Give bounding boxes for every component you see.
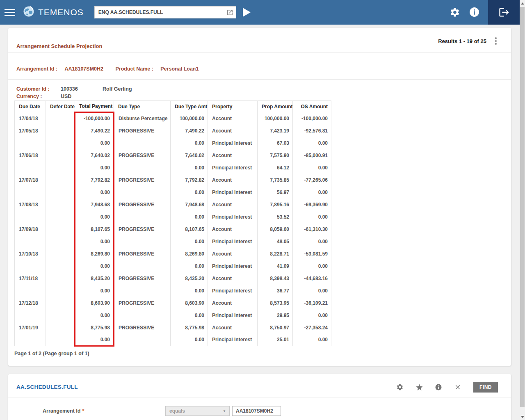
table-row[interactable]: 17/09/188,107.65PROGRESSIVE8,107.65Accou…: [15, 223, 331, 235]
favourite-star-icon[interactable]: [415, 383, 423, 391]
table-row[interactable]: 0.000.00Principal Interest67.030.00: [15, 137, 331, 149]
customer-id-value: 100336: [61, 85, 103, 93]
table-row[interactable]: 17/06/187,640.02PROGRESSIVE7,640.02Accou…: [15, 149, 331, 162]
cell: PROGRESSIVE: [114, 199, 171, 211]
table-row[interactable]: 17/10/188,269.80PROGRESSIVE8,269.80Accou…: [15, 248, 331, 260]
scroll-up-arrow[interactable]: [520, 0, 525, 6]
cell: 8,573.95: [258, 297, 293, 309]
cell: Account: [208, 297, 258, 309]
cell: [46, 297, 75, 309]
table-row[interactable]: 0.000.00Principal Interest48.050.00: [15, 235, 331, 248]
cell: [15, 285, 46, 297]
cell: [46, 112, 75, 125]
scrollbar[interactable]: [520, 0, 525, 420]
panel-title: Arrangement Schedule Projection: [16, 43, 103, 49]
cell: [15, 260, 46, 272]
table-row[interactable]: 0.000.00Principal Interest36.770.00: [15, 285, 331, 297]
cell: Principal Interest: [208, 162, 258, 174]
cell: 0.00: [75, 309, 114, 322]
cell: [114, 162, 171, 174]
table-row[interactable]: 0.000.00Principal Interest29.950.00: [15, 309, 331, 322]
cell: 0.00: [171, 260, 208, 272]
cell: 29.95: [258, 309, 293, 322]
scroll-down-arrow[interactable]: [520, 414, 525, 420]
pagination-text: Page 1 of 2 (Page group 1 of 1): [14, 351, 89, 356]
column-header[interactable]: OS Amount: [293, 101, 331, 112]
column-header[interactable]: Due Date: [15, 101, 46, 112]
settings-icon[interactable]: [450, 7, 460, 18]
cell: 41.09: [258, 260, 293, 272]
table-row[interactable]: 0.000.00Principal Interest41.090.00: [15, 260, 331, 272]
cell: 0.00: [75, 285, 114, 297]
cell: 0.00: [293, 162, 331, 174]
table-row[interactable]: 0.000.00Principal Interest25.010.00: [15, 334, 331, 346]
table-row[interactable]: 17/11/188,435.20PROGRESSIVE8,435.20Accou…: [15, 272, 331, 285]
cell: Account: [208, 248, 258, 260]
table-row[interactable]: 0.000.00Principal Interest64.120.00: [15, 162, 331, 174]
signoff-icon: [498, 7, 510, 18]
info-icon[interactable]: [469, 7, 480, 18]
results-count: Results 1 - 19 of 25: [438, 38, 486, 44]
customer-name: Rolf Gerling: [103, 85, 132, 93]
cell: 0.00: [293, 186, 331, 199]
column-header[interactable]: Due Type Amt: [171, 101, 208, 112]
enquiry-settings-icon[interactable]: [396, 383, 404, 391]
criteria-row: Arrangement Id* equals ▼: [8, 406, 511, 416]
cell: 0.00: [293, 260, 331, 272]
run-button[interactable]: [242, 7, 251, 18]
table-row[interactable]: 17/05/187,490.22PROGRESSIVE7,490.22Accou…: [15, 125, 331, 137]
find-button[interactable]: FIND: [473, 382, 498, 393]
cell: 8,269.80: [171, 248, 208, 260]
cell: Disburse Percentage: [114, 112, 171, 125]
cell: 7,792.82: [75, 174, 114, 186]
enquiry-panel: AA.SCHEDULES.FULL FIND: [8, 374, 511, 420]
customer-id-label: Customer Id :: [16, 85, 61, 93]
menu-icon[interactable]: [5, 7, 15, 18]
close-icon[interactable]: [454, 383, 461, 391]
table-row[interactable]: 17/07/187,792.82PROGRESSIVE7,792.82Accou…: [15, 174, 331, 186]
table-row[interactable]: 0.000.00Principal Interest56.970.00: [15, 186, 331, 199]
cell: 36.77: [258, 285, 293, 297]
column-header[interactable]: Prop Amount: [258, 101, 293, 112]
cell: 17/05/18: [15, 125, 46, 137]
enquiry-info-icon[interactable]: [435, 383, 442, 391]
column-header[interactable]: Due Type: [114, 101, 171, 112]
cell: [46, 186, 75, 199]
cell: 17/09/18: [15, 223, 46, 235]
signoff-button[interactable]: [488, 0, 520, 25]
cell: 0.00: [75, 211, 114, 223]
cell: 0.00: [293, 334, 331, 346]
column-header[interactable]: Total Payment: [75, 101, 114, 112]
table-row[interactable]: 17/01/198,775.98PROGRESSIVE8,775.98Accou…: [15, 322, 331, 334]
column-header[interactable]: Defer Date: [46, 101, 75, 112]
chevron-down-icon: ▼: [223, 409, 229, 413]
cell: 100,000.00: [171, 112, 208, 125]
criteria-value-input[interactable]: [232, 406, 281, 416]
product-name-value: Personal Loan1: [160, 66, 199, 72]
table-row[interactable]: 0.000.00Principal Interest53.520.00: [15, 211, 331, 223]
cell: 8,228.71: [258, 248, 293, 260]
table-row[interactable]: 17/08/187,948.68PROGRESSIVE7,948.68Accou…: [15, 199, 331, 211]
cell: 8,269.80: [75, 248, 114, 260]
cell: 8,107.65: [75, 223, 114, 235]
command-input[interactable]: [95, 7, 226, 18]
cell: 7,948.68: [75, 199, 114, 211]
field-label-text: Arrangement Id: [43, 408, 80, 414]
table-row[interactable]: 17/04/18-100,000.00Disburse Percentage10…: [15, 112, 331, 125]
operator-select[interactable]: equals ▼: [165, 406, 230, 416]
topbar: TEMENOS: [0, 0, 525, 25]
cell: Principal Interest: [208, 334, 258, 346]
cell: 7,895.16: [258, 199, 293, 211]
cell: Account: [208, 223, 258, 235]
cell: 8,435.20: [171, 272, 208, 285]
cell: 17/08/18: [15, 199, 46, 211]
cell: [46, 125, 75, 137]
scrollbar-thumb[interactable]: [520, 7, 525, 407]
more-options-icon[interactable]: [493, 37, 499, 45]
table-row[interactable]: 17/12/188,603.90PROGRESSIVE8,603.90Accou…: [15, 297, 331, 309]
enquiry-actions: FIND: [396, 382, 498, 393]
column-header[interactable]: Property: [208, 101, 258, 112]
schedule-table: Due DateDefer DateTotal PaymentDue TypeD…: [14, 100, 331, 347]
launch-icon[interactable]: [226, 9, 233, 16]
divider: [8, 79, 511, 80]
